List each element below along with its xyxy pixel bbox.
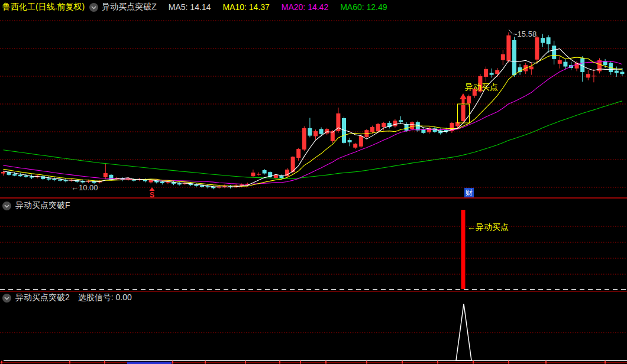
select-signal-value: 选股信号: 0.00 [78, 292, 132, 303]
chevron-down-icon[interactable] [89, 3, 98, 12]
ma60-value: MA60: 12.49 [340, 2, 387, 12]
indicator-name-panel2[interactable]: 异动买点突破2 [15, 292, 70, 303]
ma5-value: MA5: 14.14 [169, 2, 211, 12]
indicator-name-panel1[interactable]: 异动买点突破F [15, 200, 70, 211]
svg-text:←异动买点: ←异动买点 [467, 222, 509, 232]
stock-title: 鲁西化工(日线.前复权) [2, 2, 85, 12]
svg-text:异动买点: 异动买点 [465, 82, 498, 92]
ma20-value: MA20: 14.42 [282, 2, 328, 12]
news-badge[interactable]: 财 [464, 188, 474, 197]
timeline-scrollbar-thumb[interactable] [127, 362, 172, 364]
signal-panel2-header: 异动买点突破2 选股信号: 0.00 [2, 292, 132, 303]
chart-canvas[interactable]: ~15.58←10.00异动买点S←异动买点 [0, 0, 627, 364]
svg-text:←10.00: ←10.00 [71, 183, 98, 192]
stock-app-window: 鲁西化工(日线.前复权) 异动买点突破Z MA5: 14.14 MA10: 14… [0, 0, 627, 364]
chevron-down-icon[interactable] [2, 294, 11, 303]
chevron-down-icon[interactable] [2, 202, 11, 210]
ma10-value: MA10: 14.37 [222, 2, 269, 12]
main-chart-header: 鲁西化工(日线.前复权) 异动买点突破Z MA5: 14.14 MA10: 14… [0, 0, 627, 14]
indicator-name-main[interactable]: 异动买点突破Z [102, 2, 157, 12]
signal-panel1-header: 异动买点突破F [2, 200, 70, 211]
svg-text:~15.58: ~15.58 [513, 30, 536, 38]
